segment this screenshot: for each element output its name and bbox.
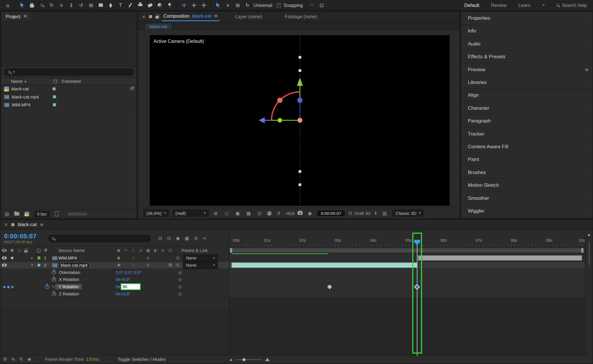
take-snapshot-button[interactable]	[298, 211, 303, 215]
horizontal-scrollbar[interactable]	[68, 212, 87, 215]
work-area-start-handle[interactable]	[230, 248, 232, 253]
motion-blur-switch[interactable]: ⊘	[144, 256, 152, 260]
new-composition-icon[interactable]	[25, 212, 29, 216]
renderer-dropdown[interactable]: Classic 3D▾	[393, 210, 424, 217]
current-timecode[interactable]: 0:00:05:07	[4, 233, 43, 240]
hand-tool-icon[interactable]	[27, 1, 37, 10]
gizmo-handle[interactable]	[299, 170, 301, 173]
work-area-bar[interactable]	[230, 248, 583, 253]
hide-shy-layers-button[interactable]: ◉	[176, 236, 180, 241]
composition-viewport[interactable]: Active Camera (Default)	[150, 35, 450, 206]
magnification-dropdown[interactable]: (36,8%)▾	[143, 210, 169, 217]
time-ruler[interactable]: :00s 01s 02s 03s 04s 05s 06s 07s 08s 09s…	[229, 230, 586, 247]
panel-tab-character[interactable]: Character	[461, 102, 593, 114]
new-folder-icon[interactable]	[14, 212, 19, 216]
graph-editor-button[interactable]: ≈	[203, 236, 206, 241]
brush-tool-icon[interactable]	[126, 1, 135, 10]
parent-link-column-header[interactable]: Parent & Link	[182, 248, 229, 253]
layer-viewer-tab[interactable]: Layer (none)	[235, 14, 262, 19]
exposure-value[interactable]: +0,0	[286, 211, 294, 215]
property-pickwhip-icon[interactable]: ◎	[178, 277, 182, 281]
parent-pickwhip-icon[interactable]: ◎	[174, 263, 182, 267]
list-view-icon[interactable]: ▤	[5, 212, 9, 216]
comp-viewer-subtab[interactable]: black-cat	[145, 23, 172, 30]
draft-3d-toggle[interactable]: ⊡ Draft 3D	[349, 211, 371, 215]
gizmo-red-handle-dot[interactable]	[277, 98, 282, 103]
clone-stamp-tool-icon[interactable]	[136, 1, 145, 10]
layer-row-wild-mp4[interactable]: ▸ 1 Wild.MP4 ◉ \ ⊘ ◎ None▾	[0, 255, 229, 262]
panel-tab-brushes[interactable]: Brushes	[461, 166, 593, 179]
gizmo-green-handle-dot[interactable]	[278, 118, 282, 123]
home-icon[interactable]: ⌂	[3, 1, 12, 10]
pen-tool-icon[interactable]	[106, 1, 116, 10]
rectangle-tool-icon[interactable]	[96, 1, 106, 10]
local-axis-mode-icon[interactable]	[179, 1, 189, 10]
roto-brush-tool-icon[interactable]	[155, 1, 165, 10]
property-pickwhip-icon[interactable]: ◎	[178, 292, 182, 296]
gizmo-handle[interactable]	[299, 69, 301, 72]
grid-options-button[interactable]: ⊞	[212, 210, 219, 217]
panel-tab-effects-presets[interactable]: Effects & Presets	[461, 50, 593, 63]
keyframe-toggle-icon[interactable]: ◆	[7, 285, 10, 289]
quality-switch[interactable]: \	[130, 256, 137, 260]
parent-dropdown[interactable]: None▾	[183, 261, 218, 269]
frame-blending-button[interactable]: ▦	[185, 236, 189, 241]
transparency-grid-button[interactable]: ▦	[245, 210, 252, 217]
expand-layer-switches-icon[interactable]: ⊞	[3, 357, 7, 361]
property-row-y-rotation[interactable]: ◀ ◆ ▶ ∿ Y Rotation 0x ◎	[0, 283, 229, 290]
z-rotation-value[interactable]: 0x+0,0°	[116, 292, 131, 296]
region-of-interest-button[interactable]: ▣	[234, 210, 241, 217]
panel-tab-info[interactable]: Info	[461, 25, 593, 37]
layer-row-black-cat-mp4[interactable]: ▾ 2 black-cat.mp4 ◉ \ ⊘ ⊡ ◎ None▾	[0, 262, 229, 269]
search-options-caret-icon[interactable]: ▾	[13, 70, 15, 74]
view-axis-mode-icon[interactable]	[199, 1, 208, 10]
track-black-cat-mp4[interactable]	[229, 262, 586, 269]
parent-dropdown[interactable]: None▾	[183, 254, 218, 261]
delete-icon[interactable]	[55, 213, 58, 216]
zoom-slider-knob[interactable]	[242, 358, 245, 361]
zoom-in-icon[interactable]	[265, 358, 270, 361]
av-switch[interactable]: ◉	[115, 263, 122, 267]
property-row-x-rotation[interactable]: X Rotation 0x+0,0° ◎	[0, 276, 229, 283]
eraser-tool-icon[interactable]	[145, 1, 155, 10]
layer-label-chip[interactable]	[37, 263, 41, 267]
label-color-chip[interactable]	[53, 95, 56, 99]
eye-icon[interactable]	[2, 257, 7, 259]
type-tool-icon[interactable]: T	[116, 1, 125, 10]
track-wild-mp4[interactable]	[229, 255, 586, 262]
puppet-pin-tool-icon[interactable]	[165, 1, 174, 10]
panel-tab-properties[interactable]: Properties	[461, 12, 593, 24]
position-widget-icon[interactable]: +	[223, 1, 233, 10]
collapse-arrow-icon[interactable]: ▾	[29, 264, 35, 267]
workspace-tab-default[interactable]: Default	[464, 2, 479, 8]
property-row-orientation[interactable]: Orientation 0,0°,0,0°,0,0° ◎	[0, 269, 229, 276]
gizmo-x-axis-arrow[interactable]	[259, 117, 265, 123]
exposure-wheel-icon[interactable]	[267, 211, 272, 215]
label-color-chip[interactable]	[52, 87, 56, 91]
comp-mini-flowchart-button[interactable]: ⊟	[158, 236, 162, 241]
panel-tab-motion-sketch[interactable]: Motion Sketch	[461, 179, 593, 192]
world-axis-mode-icon[interactable]	[189, 1, 199, 10]
property-row-z-rotation[interactable]: Z Rotation 0x+0,0° ◎	[0, 290, 229, 298]
gizmo-blue-handle-dot[interactable]	[297, 98, 303, 103]
x-rotation-value[interactable]: 0x+0,0°	[116, 277, 131, 282]
project-item-black-cat[interactable]: black-cat	[1, 85, 137, 93]
orientation-value[interactable]: 0,0°,0,0°,0,0°	[116, 270, 142, 275]
snap-options-icon[interactable]: ⊡	[317, 1, 326, 10]
timeline-tab-label[interactable]: black-cat	[18, 222, 36, 227]
next-keyframe-icon[interactable]: ▶	[12, 285, 14, 288]
timeline-options-icon[interactable]: ◉	[28, 357, 31, 361]
track-x-rotation[interactable]	[229, 276, 586, 283]
snap-to-edges-icon[interactable]	[307, 1, 316, 10]
cube-3d-switch[interactable]: ⊡	[166, 263, 174, 267]
label-column-icon[interactable]	[54, 80, 57, 83]
zoom-tool-icon[interactable]	[37, 1, 47, 10]
panel-tab-align[interactable]: Align	[461, 89, 593, 102]
source-name-column-header[interactable]: Source Name	[58, 248, 115, 253]
track-y-rotation[interactable]	[229, 283, 586, 290]
workspace-overflow-icon[interactable]: »	[542, 3, 545, 7]
footage-viewer-tab[interactable]: Footage (none)	[285, 14, 317, 19]
expand-transfer-controls-icon[interactable]: ⇆	[11, 357, 15, 361]
rotate-widget-icon[interactable]: ↻	[243, 1, 252, 10]
preview-timecode[interactable]: 0:00:05:07	[317, 210, 345, 217]
